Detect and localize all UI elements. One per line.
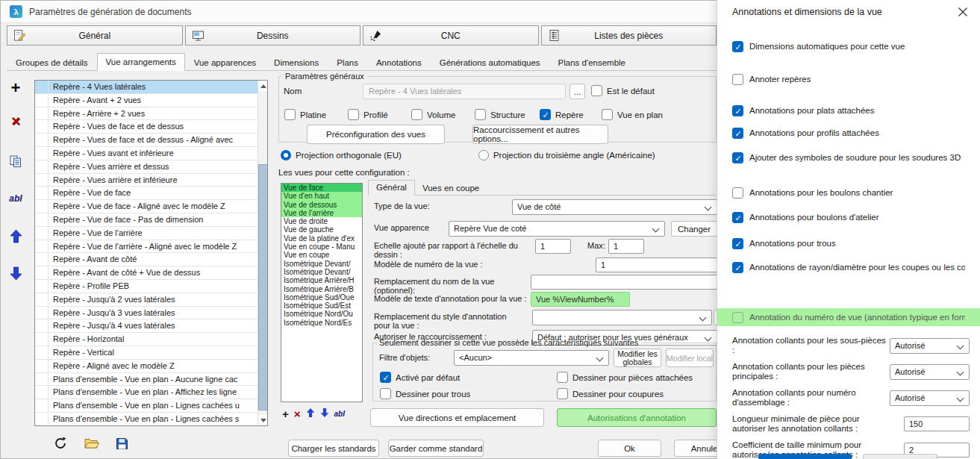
radio-orthogonal[interactable]: Projection orthogonale (EU) bbox=[281, 150, 402, 160]
config-list-item[interactable]: Plans d'ensemble - Vue en plan - Lignes … bbox=[35, 399, 258, 413]
panel-ok-button-partial[interactable] bbox=[758, 454, 852, 459]
only-draw-checkbox-row[interactable]: Activé par défaut bbox=[380, 372, 557, 383]
tab-cnc[interactable]: CNC bbox=[363, 25, 539, 46]
move-up-icon[interactable] bbox=[5, 229, 26, 245]
object-filter-select[interactable]: <Aucun> bbox=[454, 350, 609, 366]
annotation-checkbox-row[interactable]: Annotations pour profils attachées bbox=[717, 125, 980, 140]
view-item[interactable]: Isométrique Nord/Es bbox=[281, 319, 362, 327]
checkbox[interactable] bbox=[732, 128, 743, 139]
scroll-up-icon[interactable] bbox=[258, 81, 268, 91]
view-up-icon[interactable] bbox=[306, 408, 315, 419]
tab-dessins[interactable]: Dessins bbox=[185, 25, 361, 46]
view-item[interactable]: Isométrique Devant/ bbox=[281, 260, 362, 268]
view-item[interactable]: Vue d'en haut bbox=[281, 192, 362, 200]
view-item[interactable]: Isométrique Arrière/H bbox=[281, 276, 362, 284]
view-directions-button[interactable]: Vue directions et emplacement bbox=[370, 408, 544, 427]
max-scale-input[interactable]: 1 bbox=[608, 239, 644, 254]
checkbox[interactable] bbox=[411, 109, 422, 120]
config-list-item[interactable]: Repère - Profile PEB bbox=[35, 280, 258, 293]
annotation-style-override-select[interactable] bbox=[532, 310, 712, 325]
config-list-item[interactable]: Repère - Vues arrière et dessus bbox=[35, 160, 258, 174]
view-item[interactable]: Isométrique Sud/Oue bbox=[281, 293, 362, 302]
view-name-override-input[interactable] bbox=[531, 275, 717, 290]
tab-listes-pieces[interactable]: Listes des pièces bbox=[541, 25, 717, 46]
copy-config-icon[interactable] bbox=[5, 154, 26, 170]
sub-tab[interactable]: Annotations bbox=[367, 54, 431, 71]
checkbox[interactable] bbox=[602, 109, 613, 120]
config-list-item[interactable]: Repère - Jusqu'à 3 vues latérales bbox=[35, 307, 258, 320]
sub-tab[interactable]: Générations automatiques bbox=[431, 54, 549, 71]
authorization-select[interactable]: Autorisé bbox=[890, 390, 970, 406]
annotation-checkbox-row[interactable]: Annotations pour les boulons chantier bbox=[717, 185, 980, 200]
config-list-item[interactable]: Repère - Jusqu'à 2 vues latérales bbox=[35, 293, 258, 307]
view-item[interactable]: Vue en coupe - Manu bbox=[281, 243, 362, 251]
config-list-item[interactable]: Repère - Vue de l'arrière - Aligné avec … bbox=[35, 240, 258, 254]
value-input[interactable]: 150 bbox=[904, 416, 970, 431]
checkbox[interactable] bbox=[540, 109, 551, 120]
config-list-item[interactable]: Repère - Vue de face - Aligné avec le mo… bbox=[35, 200, 258, 213]
view-appearance-select[interactable]: Repère Vue de coté bbox=[449, 221, 665, 237]
config-list-item[interactable]: Repère - Vues de face et de dessus - Ali… bbox=[35, 134, 258, 147]
panel-cancel-button-partial[interactable] bbox=[863, 454, 937, 459]
rename-config-icon[interactable]: abI bbox=[5, 193, 26, 204]
checkbox[interactable] bbox=[732, 312, 743, 323]
annotation-checkbox-row[interactable]: Annotations de rayon/diamètre pour les c… bbox=[717, 260, 980, 275]
checkbox[interactable] bbox=[732, 238, 743, 249]
checkbox[interactable] bbox=[732, 41, 743, 52]
annotation-checkbox-row[interactable]: Dimensions automatiques pour cette vue bbox=[717, 39, 980, 54]
type-checkbox-row[interactable]: Structure bbox=[475, 109, 525, 120]
annotation-text-model-input[interactable]: Vue %ViewNumber% bbox=[531, 292, 630, 307]
sub-tab[interactable]: Plans bbox=[328, 54, 367, 71]
checkbox[interactable] bbox=[284, 109, 296, 120]
scroll-down-icon[interactable] bbox=[258, 415, 268, 425]
type-checkbox-row[interactable]: Volume bbox=[411, 109, 455, 120]
config-list-item[interactable]: Repère - Avant + 2 vues bbox=[35, 94, 258, 107]
type-checkbox-row[interactable]: Profilé bbox=[348, 109, 388, 120]
config-list-item[interactable]: Repère - 4 Vues latérales bbox=[35, 81, 258, 94]
delete-view-icon[interactable]: × bbox=[294, 408, 301, 419]
checkbox[interactable] bbox=[732, 105, 743, 116]
view-item[interactable]: Vue de dessous bbox=[281, 201, 362, 209]
config-list-scrollbar[interactable] bbox=[258, 81, 267, 425]
type-checkbox-row[interactable]: Vue en plan bbox=[602, 109, 663, 120]
config-list-item[interactable]: Plans d'ensemble - Vue en plan - Aucune … bbox=[35, 373, 258, 387]
view-tab-sections[interactable]: Vues en coupe bbox=[415, 181, 487, 196]
move-down-icon[interactable] bbox=[5, 266, 26, 282]
view-item[interactable]: Vue de gauche bbox=[281, 225, 362, 234]
config-list-item[interactable]: Plans d'ensemble - Vue en plan - Affiche… bbox=[35, 386, 258, 399]
annotation-checkbox-row[interactable]: Annotations pour trous bbox=[717, 236, 980, 251]
only-draw-checkbox-row[interactable]: Dessiner pour pièces attachées bbox=[557, 372, 693, 383]
add-view-icon[interactable]: + bbox=[282, 408, 289, 419]
checkbox[interactable] bbox=[732, 262, 743, 273]
checkbox[interactable] bbox=[380, 372, 391, 383]
radio-icon[interactable] bbox=[478, 150, 489, 160]
view-down-icon[interactable] bbox=[320, 408, 329, 419]
type-checkbox-row[interactable]: Repère bbox=[540, 109, 584, 120]
authorization-select[interactable]: Autorisé bbox=[890, 364, 970, 380]
preconfiguration-button[interactable]: Préconfiguration des vues bbox=[307, 125, 445, 144]
config-list-item[interactable]: Repère - Vue de face - Pas de dimension bbox=[35, 213, 258, 227]
annotation-checkbox-row[interactable]: Annotation du numéro de vue (annotation … bbox=[717, 308, 980, 326]
view-item[interactable]: Vue de l'arrière bbox=[281, 209, 362, 217]
open-folder-icon[interactable] bbox=[84, 437, 99, 451]
shortening-options-button[interactable]: Raccourcissement et autres options... bbox=[472, 125, 608, 144]
only-draw-checkbox-row[interactable]: Dessiner pour trous bbox=[380, 388, 557, 399]
config-list-item[interactable]: Repère - Avant de côté bbox=[35, 253, 258, 266]
config-list-item[interactable]: Repère - Vues de face et de dessus bbox=[35, 120, 258, 134]
delete-config-icon[interactable]: × bbox=[5, 113, 26, 130]
scale-input[interactable]: 1 bbox=[535, 239, 571, 254]
sub-tab[interactable]: Groupes de détails bbox=[7, 54, 97, 71]
tab-general[interactable]: Général bbox=[7, 25, 183, 46]
edit-globals-button[interactable]: Modifier les globales bbox=[614, 349, 661, 367]
keep-as-standard-button[interactable]: Garder comme standard bbox=[388, 440, 484, 457]
sub-tab[interactable]: Vue apparences bbox=[185, 54, 265, 71]
sub-tab[interactable]: Vue arrangements bbox=[97, 53, 185, 71]
annotation-checkbox-row[interactable]: Annotations pour boulons d'atelier bbox=[717, 210, 980, 225]
close-icon[interactable] bbox=[958, 7, 968, 17]
view-number-model-input[interactable]: 1 bbox=[596, 257, 717, 272]
type-checkbox-row[interactable]: Platine bbox=[284, 109, 326, 120]
change-appearance-button[interactable]: Changer bbox=[671, 221, 717, 237]
radio-icon[interactable] bbox=[281, 150, 291, 160]
load-standards-button[interactable]: Charger les standards bbox=[288, 440, 379, 457]
config-list-item[interactable]: Repère - Arrière + 2 vues bbox=[35, 107, 258, 121]
